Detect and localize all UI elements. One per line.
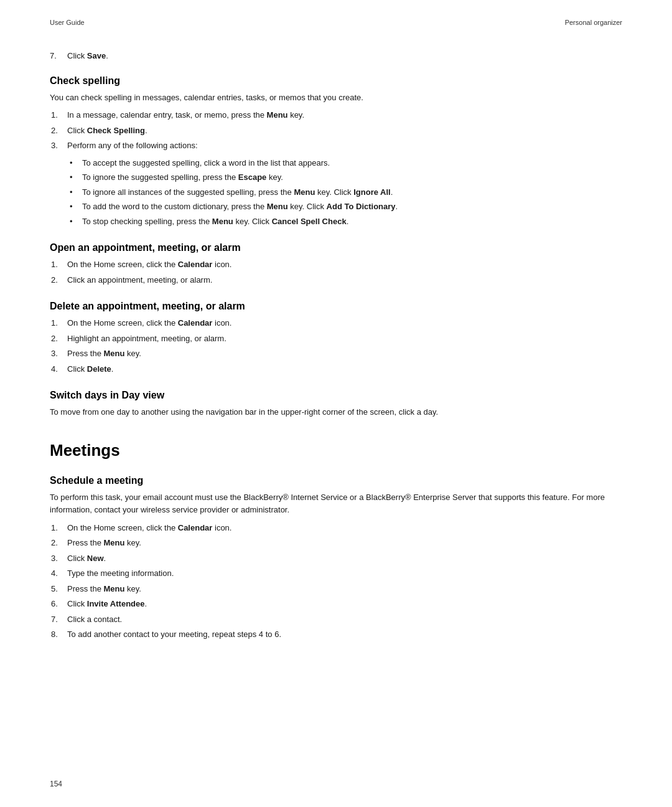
- bullet-text: To stop checking spelling, press the Men…: [82, 215, 348, 228]
- list-item: 6. Click Invite Attendee.: [50, 598, 622, 610]
- open-appointment-steps: 1. On the Home screen, click the Calenda…: [50, 258, 622, 286]
- header-left: User Guide: [50, 19, 85, 26]
- switch-days-section: Switch days in Day view To move from one…: [50, 390, 622, 418]
- schedule-meeting-section: Schedule a meeting To perform this task,…: [50, 475, 622, 640]
- step-content: On the Home screen, click the Calendar i…: [67, 522, 622, 534]
- step-content: Perform any of the following actions:: [67, 139, 622, 152]
- delete-appointment-section: Delete an appointment, meeting, or alarm…: [50, 301, 622, 375]
- meetings-section: Meetings: [50, 441, 622, 460]
- top-step7: 7. Click Save.: [50, 51, 622, 60]
- list-item: 7. Click a contact.: [50, 613, 622, 626]
- header-right: Personal organizer: [565, 19, 622, 26]
- step-content: Click Delete.: [67, 363, 622, 375]
- check-spelling-steps: 1. In a message, calendar entry, task, o…: [50, 109, 622, 152]
- step-content: Highlight an appointment, meeting, or al…: [67, 333, 622, 345]
- list-item: 1. On the Home screen, click the Calenda…: [50, 317, 622, 329]
- bullet-text: To ignore the suggested spelling, press …: [82, 171, 283, 184]
- list-item: To ignore all instances of the suggested…: [70, 186, 622, 199]
- step-content: In a message, calendar entry, task, or m…: [67, 109, 622, 121]
- list-item: 2. Highlight an appointment, meeting, or…: [50, 333, 622, 345]
- check-spelling-desc: You can check spelling in messages, cale…: [50, 92, 622, 104]
- list-item: 3. Press the Menu key.: [50, 347, 622, 360]
- page-container: User Guide Personal organizer 7. Click S…: [0, 0, 672, 807]
- step-content: Press the Menu key.: [67, 537, 622, 549]
- list-item: 4. Type the meeting information.: [50, 567, 622, 580]
- step-content: Type the meeting information.: [67, 567, 622, 580]
- step-content: Click Invite Attendee.: [67, 598, 622, 610]
- bullet-text: To accept the suggested spelling, click …: [82, 157, 330, 169]
- list-item: 4. Click Delete.: [50, 363, 622, 375]
- step-content: Click Check Spelling.: [67, 125, 622, 137]
- list-item: 2. Click Check Spelling.: [50, 125, 622, 137]
- step-content: On the Home screen, click the Calendar i…: [67, 317, 622, 329]
- list-item: To stop checking spelling, press the Men…: [70, 215, 622, 228]
- list-item: 1. On the Home screen, click the Calenda…: [50, 258, 622, 271]
- list-item: 2. Press the Menu key.: [50, 537, 622, 549]
- list-item: 8. To add another contact to your meetin…: [50, 628, 622, 641]
- check-spelling-section: Check spelling You can check spelling in…: [50, 75, 622, 227]
- switch-days-desc: To move from one day to another using th…: [50, 406, 622, 418]
- list-item: 2. Click an appointment, meeting, or ala…: [50, 274, 622, 286]
- schedule-meeting-heading: Schedule a meeting: [50, 475, 622, 486]
- step-content: Click New.: [67, 552, 622, 565]
- bullet-text: To ignore all instances of the suggested…: [82, 186, 393, 199]
- meetings-heading: Meetings: [50, 441, 622, 460]
- delete-appointment-heading: Delete an appointment, meeting, or alarm: [50, 301, 622, 312]
- delete-appointment-steps: 1. On the Home screen, click the Calenda…: [50, 317, 622, 375]
- list-item: To ignore the suggested spelling, press …: [70, 171, 622, 184]
- switch-days-heading: Switch days in Day view: [50, 390, 622, 401]
- step7-text: Click Save.: [67, 51, 108, 60]
- step-content: To add another contact to your meeting, …: [67, 628, 622, 641]
- open-appointment-section: Open an appointment, meeting, or alarm 1…: [50, 242, 622, 286]
- step-content: Click a contact.: [67, 613, 622, 626]
- step-content: Press the Menu key.: [67, 583, 622, 595]
- list-item: 3. Click New.: [50, 552, 622, 565]
- step-content: On the Home screen, click the Calendar i…: [67, 258, 622, 271]
- schedule-meeting-steps: 1. On the Home screen, click the Calenda…: [50, 522, 622, 641]
- check-spelling-heading: Check spelling: [50, 75, 622, 87]
- step-content: Click an appointment, meeting, or alarm.: [67, 274, 622, 286]
- open-appointment-heading: Open an appointment, meeting, or alarm: [50, 242, 622, 253]
- page-number: 154: [50, 780, 62, 788]
- schedule-meeting-desc: To perform this task, your email account…: [50, 491, 622, 516]
- list-item: 1. In a message, calendar entry, task, o…: [50, 109, 622, 121]
- bullet-text: To add the word to the custom dictionary…: [82, 201, 398, 213]
- list-item: To accept the suggested spelling, click …: [70, 157, 622, 169]
- list-item: 1. On the Home screen, click the Calenda…: [50, 522, 622, 534]
- list-item: 3. Perform any of the following actions:: [50, 139, 622, 152]
- list-item: 5. Press the Menu key.: [50, 583, 622, 595]
- check-spelling-bullets: To accept the suggested spelling, click …: [70, 157, 622, 228]
- header-bar: User Guide Personal organizer: [50, 19, 622, 26]
- step7-num: 7.: [50, 51, 67, 60]
- list-item: To add the word to the custom dictionary…: [70, 201, 622, 213]
- step-content: Press the Menu key.: [67, 347, 622, 360]
